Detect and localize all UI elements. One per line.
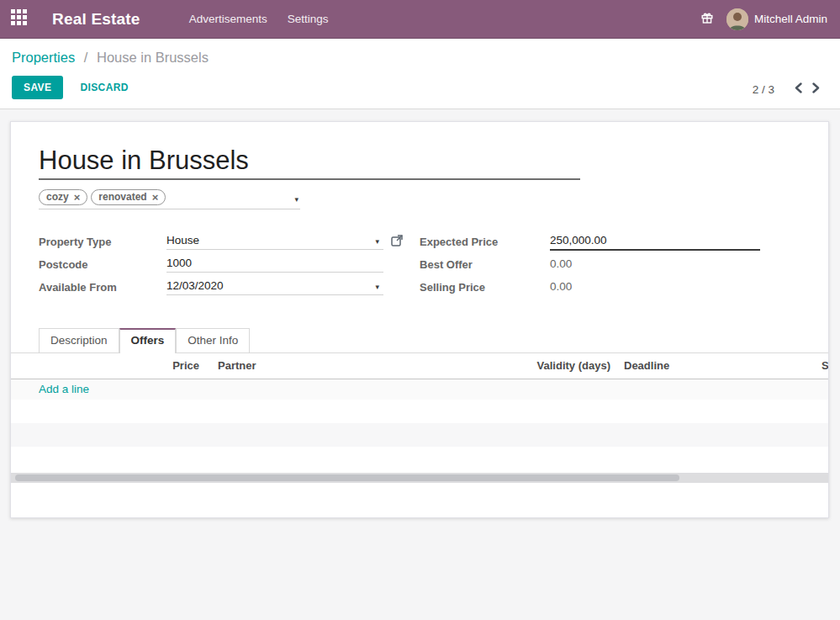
add-a-line-link[interactable]: Add a line [39, 383, 89, 395]
navbar-right: Mitchell Admin [698, 8, 840, 30]
column-header-partner[interactable]: Partner [206, 353, 505, 379]
field-columns: Property Type House ▾ [11, 231, 828, 299]
tag-pill[interactable]: renovated × [91, 189, 166, 205]
apps-menu-button[interactable] [0, 0, 37, 39]
tab-other-info[interactable]: Other Info [176, 328, 250, 352]
add-line-row: Add a line [11, 379, 828, 400]
best-offer-value: 0.00 [550, 257, 760, 273]
field-label: Best Offer [420, 258, 550, 271]
avatar [726, 8, 748, 30]
gift-button[interactable] [698, 10, 716, 29]
field-expected-price: Expected Price 250,000.00 [420, 231, 828, 253]
postcode-value: 1000 [166, 257, 192, 269]
apps-grid-icon [11, 9, 27, 29]
discard-button[interactable]: DISCARD [70, 76, 138, 99]
tags-caret-down-icon[interactable]: ▾ [294, 196, 298, 204]
control-panel: Properties / House in Brussels SAVE DISC… [0, 39, 840, 109]
property-type-value: House [166, 234, 199, 246]
top-navbar: Real Estate Advertisements Settings [0, 0, 840, 39]
field-property-type: Property Type House ▾ [39, 231, 420, 253]
notebook: Description Offers Other Info Price Part… [11, 328, 828, 483]
breadcrumb-current: House in Brussels [97, 50, 209, 65]
field-best-offer: Best Offer 0.00 [420, 253, 828, 276]
chevron-left-icon [795, 83, 802, 96]
tags-input[interactable]: cozy × renovated × ▾ [39, 189, 300, 209]
offers-list: Price Partner Validity (days) Deadline S… [11, 353, 828, 470]
form-view: House in Brussels cozy × renovated × ▾ P… [0, 109, 840, 518]
tag-remove-icon[interactable]: × [152, 192, 159, 203]
pager-previous-button[interactable] [790, 81, 807, 98]
main-menu: Advertisements Settings [179, 0, 339, 39]
column-header-price[interactable]: Price [11, 353, 206, 379]
available-from-input[interactable]: 12/03/2020 ▾ [166, 279, 383, 295]
field-available-from: Available From 12/03/2020 ▾ [39, 276, 420, 299]
field-label: Postcode [39, 258, 166, 271]
field-postcode: Postcode 1000 [39, 253, 420, 276]
empty-row [11, 400, 828, 423]
offers-header-row: Price Partner Validity (days) Deadline S [11, 353, 828, 379]
tag-pill[interactable]: cozy × [39, 189, 87, 205]
horizontal-scrollbar[interactable] [11, 473, 828, 483]
property-name-field[interactable]: House in Brussels [39, 144, 580, 180]
field-label: Selling Price [420, 281, 550, 294]
breadcrumb: Properties / House in Brussels [12, 50, 827, 66]
left-field-column: Property Type House ▾ [11, 231, 420, 299]
tag-label: renovated [98, 191, 146, 203]
tag-remove-icon[interactable]: × [74, 192, 81, 203]
field-label: Property Type [39, 236, 166, 248]
caret-down-icon[interactable]: ▾ [375, 284, 379, 291]
postcode-input[interactable]: 1000 [166, 257, 383, 273]
pager: 2 / 3 [753, 81, 825, 98]
field-label: Available From [39, 281, 166, 294]
tab-offers[interactable]: Offers [119, 328, 177, 353]
available-from-value: 12/03/2020 [166, 279, 224, 292]
external-link-icon[interactable] [391, 235, 403, 249]
save-button[interactable]: SAVE [12, 76, 63, 99]
menu-advertisements[interactable]: Advertisements [179, 0, 277, 39]
user-menu[interactable]: Mitchell Admin [726, 8, 827, 30]
empty-row [11, 423, 828, 447]
gift-icon [701, 12, 713, 27]
form-sheet: House in Brussels cozy × renovated × ▾ P… [10, 121, 829, 518]
pager-next-button[interactable] [807, 81, 825, 98]
pager-value: 2 / 3 [753, 83, 774, 96]
chevron-right-icon [812, 83, 820, 96]
breadcrumb-properties[interactable]: Properties [12, 50, 75, 65]
column-header-deadline[interactable]: Deadline [617, 353, 815, 379]
column-header-validity[interactable]: Validity (days) [505, 353, 617, 379]
tab-description[interactable]: Description [39, 328, 119, 352]
right-field-column: Expected Price 250,000.00 Best Offer 0.0… [420, 231, 828, 299]
property-name-value[interactable]: House in Brussels [39, 144, 580, 178]
user-name: Mitchell Admin [754, 13, 827, 25]
expected-price-input[interactable]: 250,000.00 [550, 234, 760, 251]
caret-down-icon[interactable]: ▾ [375, 238, 379, 246]
control-panel-buttons: SAVE DISCARD [12, 76, 827, 99]
notebook-tabs: Description Offers Other Info [11, 328, 828, 353]
empty-row [11, 447, 828, 470]
property-type-input[interactable]: House ▾ [166, 234, 383, 250]
field-label: Expected Price [420, 236, 550, 248]
app-brand[interactable]: Real Estate [52, 10, 140, 29]
field-selling-price: Selling Price 0.00 [420, 276, 828, 299]
expected-price-value: 250,000.00 [550, 234, 607, 246]
breadcrumb-separator: / [79, 50, 93, 65]
menu-settings[interactable]: Settings [277, 0, 339, 39]
selling-price-value: 0.00 [550, 280, 760, 295]
column-header-status[interactable]: S [815, 353, 828, 379]
tag-label: cozy [46, 191, 69, 203]
scrollbar-thumb[interactable] [15, 474, 679, 481]
